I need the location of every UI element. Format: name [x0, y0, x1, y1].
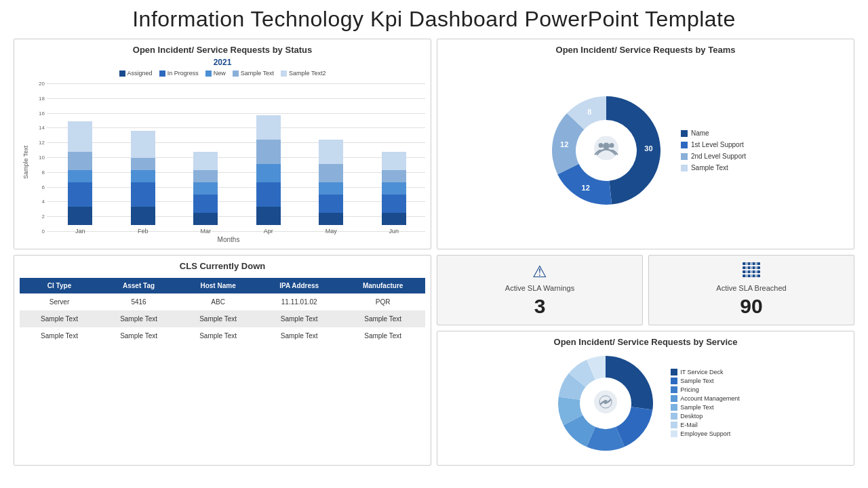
bar-segment — [193, 213, 218, 225]
bar-segment — [68, 182, 92, 207]
table-panel: CLS Currently Down CI TypeAsset TagHost … — [14, 255, 431, 466]
donut-container: 3012128 Name1st Level Support2 — [443, 58, 848, 243]
table-cell: Sample Text — [20, 327, 99, 344]
bar-segment — [68, 152, 92, 170]
stacked-bar — [193, 152, 218, 225]
table-cell: Sample Text — [178, 327, 258, 344]
bar-chart-title: Open Incident/ Service Requests by Statu… — [20, 45, 425, 55]
svg-rect-9 — [750, 262, 753, 277]
stacked-bar — [256, 115, 281, 225]
legend-item: Sample Text — [233, 70, 274, 77]
page: Information Technology Kpi Dashboard Pow… — [0, 0, 868, 488]
service-legend-item: IT Service Deck — [671, 369, 740, 375]
table-cell: Sample Text — [20, 310, 99, 327]
table-row: Sample TextSample TextSample TextSample … — [20, 327, 425, 344]
legend-item: Sample Text2 — [281, 70, 326, 77]
bar-segment — [256, 164, 281, 182]
bar-group: May — [314, 140, 348, 235]
sla-breached-value: 90 — [740, 295, 762, 318]
table-cell: Sample Text — [258, 310, 340, 327]
chart-body: 20181614121086420 JanFebMarAprMayJun Mon… — [32, 81, 425, 243]
svg-point-12 — [604, 400, 608, 404]
teams-legend: Name1st Level Support2nd Level SupportSa… — [681, 129, 746, 171]
cls-table-header-cell: IPA Address — [258, 278, 340, 293]
stacked-bar — [131, 131, 155, 226]
legend-item: In Progress — [159, 70, 199, 77]
legend-item: Assigned — [119, 70, 153, 77]
bar-segment — [131, 131, 155, 159]
bar-segment — [382, 182, 406, 195]
chart-year: 2021 — [20, 58, 425, 67]
stacked-bar — [382, 152, 406, 225]
cls-table-header-cell: Host Name — [178, 278, 258, 293]
cls-table-header-cell: Manufacture — [340, 278, 425, 293]
table-cell: 11.11.01.02 — [258, 293, 340, 310]
page-title: Information Technology Kpi Dashboard Pow… — [14, 7, 854, 32]
table-cell: Sample Text — [340, 310, 425, 327]
cls-table-head: CI TypeAsset TagHost NameIPA AddressManu… — [20, 278, 425, 293]
bar-group: Jan — [63, 121, 97, 235]
sla-breached-icon — [743, 262, 760, 281]
bar-segment — [131, 182, 155, 207]
svg-rect-10 — [755, 262, 757, 277]
teams-legend-item: Name — [681, 129, 746, 137]
stacked-bar — [68, 121, 92, 225]
teams-legend-item: 2nd Level Support — [681, 152, 746, 160]
donut-label: 12 — [581, 184, 589, 192]
bar-segment — [256, 140, 281, 164]
service-legend: IT Service DeckSample TextPricingAccount… — [671, 369, 740, 437]
cls-table: CI TypeAsset TagHost NameIPA AddressManu… — [20, 278, 425, 344]
bar-segment — [382, 213, 406, 225]
bar-segment — [68, 170, 92, 182]
y-axis-label: Sample Text — [20, 81, 32, 243]
teams-panel-title: Open Incident/ Service Requests by Teams — [443, 45, 848, 55]
bar-segment — [319, 164, 343, 182]
svg-rect-8 — [745, 262, 748, 277]
bar-segment — [319, 195, 343, 213]
teams-legend-item: 1st Level Support — [681, 141, 746, 148]
bar-segment — [382, 152, 406, 170]
sla-breached-label: Active SLA Breached — [716, 284, 786, 292]
donut-label: 12 — [560, 140, 568, 148]
donut-label: 8 — [587, 108, 591, 116]
stacked-bar — [319, 140, 343, 225]
sla-warnings-panel: ⚠ Active SLA Warnings 3 — [437, 255, 643, 325]
bar-segment — [256, 207, 281, 225]
bar-segment — [193, 195, 218, 213]
bar-segment — [131, 207, 155, 225]
service-panel: Open Incident/ Service Requests by Servi… — [437, 331, 854, 466]
bar-xlabel: Jan — [75, 228, 85, 235]
bar-group: Feb — [126, 131, 160, 235]
table-cell: ABC — [178, 293, 258, 310]
bar-segment — [256, 115, 281, 140]
table-cell: Sample Text — [99, 310, 178, 327]
service-donut-wrap — [551, 349, 660, 458]
svg-point-1 — [603, 143, 610, 150]
sla-row: ⚠ Active SLA Warnings 3 — [437, 255, 854, 325]
teams-panel: Open Incident/ Service Requests by Teams… — [437, 39, 854, 249]
bar-segment — [131, 170, 155, 182]
service-legend-item: Account Management — [671, 395, 740, 402]
table-row: Sample TextSample TextSample TextSample … — [20, 310, 425, 327]
bar-segment — [319, 182, 343, 195]
bars-container: JanFebMarAprMayJun — [49, 81, 425, 235]
service-donut-icon — [594, 390, 617, 416]
sla-warnings-value: 3 — [534, 295, 546, 318]
bar-segment — [193, 152, 218, 170]
sla-warnings-label: Active SLA Warnings — [505, 284, 574, 292]
chart-area: Sample Text 20181614121086420 JanFebMarA… — [20, 81, 425, 243]
cls-table-header-cell: Asset Tag — [99, 278, 178, 293]
teams-legend-item: Sample Text — [681, 164, 746, 171]
bar-group: Jun — [377, 152, 411, 235]
bar-segment — [68, 121, 92, 152]
service-legend-item: E-Mail — [671, 422, 740, 428]
bar-segment — [319, 213, 343, 225]
dashboard-grid: Open Incident/ Service Requests by Statu… — [14, 39, 854, 466]
table-cell: Server — [20, 293, 99, 310]
service-panel-title: Open Incident/ Service Requests by Servi… — [443, 337, 848, 347]
table-cell: PQR — [340, 293, 425, 310]
sla-breached-panel: Active SLA Breached 90 — [648, 255, 854, 325]
bar-segment — [382, 170, 406, 182]
cls-table-body: Server5416ABC11.11.01.02PQRSample TextSa… — [20, 293, 425, 344]
service-legend-item: Pricing — [671, 386, 740, 393]
